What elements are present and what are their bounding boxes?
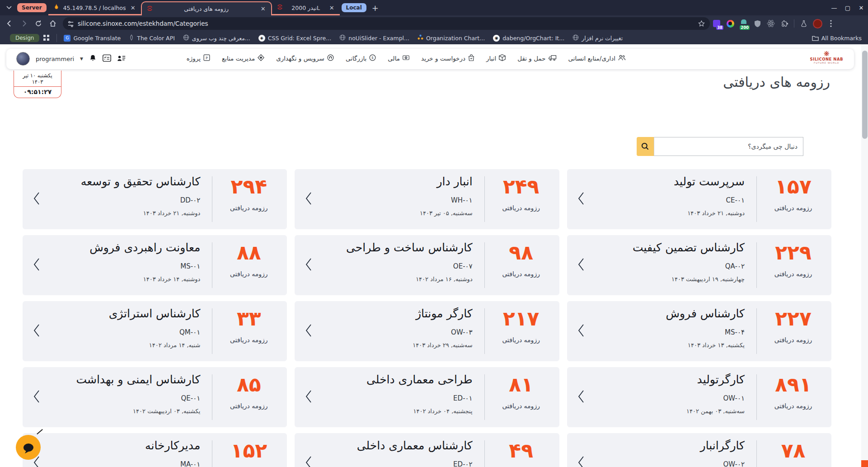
forward-icon[interactable] [18, 18, 30, 29]
apps-grid-icon[interactable] [43, 35, 50, 41]
expand-chevron-icon[interactable] [578, 456, 584, 467]
expand-chevron-icon[interactable] [305, 324, 312, 339]
expand-chevron-icon[interactable] [578, 192, 584, 207]
tab-group-server[interactable]: Server [17, 3, 47, 12]
search-input[interactable] [654, 137, 803, 156]
expand-chevron-icon[interactable] [305, 192, 312, 207]
profile-avatar-icon[interactable] [812, 19, 822, 28]
bookmark-item[interactable]: The Color API [129, 34, 175, 42]
tasks-list-icon[interactable] [103, 54, 111, 64]
resume-category-card[interactable]: ۲۲۹رزومه دریافتیکارشناس تضمین کیفیتQA-۰۲… [567, 235, 831, 295]
expand-chevron-icon[interactable] [578, 258, 584, 273]
resume-category-card[interactable]: ۷۸رزومه دریافتیکارگرانبارOW-۰۲دوشنبه, ۱۱… [567, 433, 831, 467]
notifications-bell-icon[interactable] [89, 54, 97, 64]
expand-chevron-icon[interactable] [305, 390, 312, 405]
nav-item-0[interactable]: اداری/منابع انسانی [568, 54, 626, 62]
extensions-puzzle-icon[interactable] [779, 19, 789, 28]
all-bookmarks-button[interactable]: All Bookmarks [812, 35, 862, 42]
tab-close-icon[interactable]: ✕ [260, 5, 267, 12]
tab-close-icon[interactable]: ✕ [130, 5, 136, 11]
extension-icon-shield[interactable] [752, 19, 762, 28]
reload-icon[interactable] [33, 18, 44, 29]
bookmark-item[interactable]: تغییرات نرم افزار [572, 34, 623, 42]
resume-category-card[interactable]: ۱۵۲رزومه دریافتیمدیرکارخانهMA-۰۱چهارشنبه… [23, 433, 287, 467]
job-date: دوشنبه, ۱۴ خرداد ۱۴۰۳ [143, 276, 201, 283]
nav-item-7[interactable]: مدیریت منابع [222, 54, 264, 62]
extension-icon-react[interactable] [766, 19, 776, 28]
nav-item-4[interactable]: $مالی [388, 54, 409, 62]
job-code: CE-۰۱ [654, 196, 745, 204]
chrome-menu-icon[interactable] [826, 19, 836, 28]
resume-category-card[interactable]: ۲۴۹رزومه دریافتیانبار دارWH-۰۱سه‌شنبه, ۰… [295, 169, 559, 229]
new-tab-button[interactable]: + [372, 3, 379, 13]
resume-category-card[interactable]: ۸۸رزومه دریافتیمعاونت راهبردی فروشMS-۰۱د… [23, 235, 287, 295]
resume-category-card[interactable]: ۸۵رزومه دریافتیکارشناس ایمنی و بهداشتQE-… [23, 367, 287, 427]
bookmark-star-icon[interactable] [698, 20, 705, 28]
chat-widget-button[interactable] [16, 435, 41, 460]
tab-group-local[interactable]: Local [342, 3, 366, 12]
translate-icon: G [64, 35, 70, 42]
browser-tab-0[interactable]: 45.149.78.5 / localhost / sinoxe_✕ [48, 0, 141, 15]
browser-tab-1[interactable]: رزومه های دریافتی✕ [141, 1, 272, 15]
card-divider [212, 176, 212, 222]
scrollbar-thumb[interactable] [862, 51, 868, 139]
resume-category-card[interactable]: ۲۱۷رزومه دریافتیکارگر مونتاژOW-۰۳سه‌شنبه… [295, 301, 559, 361]
expand-chevron-icon[interactable] [578, 390, 584, 405]
contacts-icon[interactable] [117, 54, 126, 64]
user-avatar[interactable] [16, 52, 30, 66]
bookmark-item[interactable]: GGoogle Translate [64, 35, 121, 42]
resume-category-card[interactable]: ۹۸رزومه دریافتیکارشناس ساخت و طراحیOE-۰۷… [295, 235, 559, 295]
bookmark-item[interactable]: معرفی چند وب سروی... [183, 34, 250, 42]
expand-chevron-icon[interactable] [33, 390, 40, 405]
nav-item-2[interactable]: انبار [486, 54, 506, 62]
resume-category-card[interactable]: ۱۵۷رزومه دریافتیسرپرست تولیدCE-۰۱دوشنبه,… [567, 169, 831, 229]
expand-chevron-icon[interactable] [305, 258, 312, 273]
svg-text:$: $ [405, 56, 407, 59]
nav-item-1[interactable]: حمل و نقل [517, 54, 556, 62]
resume-category-card[interactable]: ۲۹۴رزومه دریافتیکارشناس تحقیق و توسعهDD-… [23, 169, 287, 229]
bookmark-item[interactable]: Organization Chart... [418, 34, 485, 42]
expand-chevron-icon[interactable] [33, 324, 40, 339]
search-button[interactable] [637, 137, 654, 156]
user-menu-caret-icon[interactable]: ▼ [80, 57, 83, 61]
close-window-button[interactable]: ✕ [854, 0, 868, 15]
extension-icon-lighthouse[interactable]: 200 [739, 19, 749, 28]
resume-category-card[interactable]: ۴۹رزومه دریافتیکارشناس معماری داخلیED-۰۲… [295, 433, 559, 467]
expand-chevron-icon[interactable] [33, 258, 40, 273]
bookmark-item[interactable]: ◉dabeng/OrgChart: It... [493, 35, 564, 42]
nav-item-3[interactable]: درخواست و خرید [421, 54, 474, 62]
expand-chevron-icon[interactable] [578, 324, 584, 339]
expand-chevron-icon[interactable] [305, 456, 312, 467]
maximize-button[interactable]: ▢ [841, 0, 854, 15]
browser-tab-2[interactable]: نیدر 2000L✕ [272, 0, 340, 15]
resume-category-card[interactable]: ۸۹۱رزومه دریافتیکارگرتولیدOW-۰۱سه‌شنبه, … [567, 367, 831, 427]
resume-category-card[interactable]: ۸۱رزومه دریافتیطراحی معماری داخلیED-۰۱پن… [295, 367, 559, 427]
company-logo[interactable]: ❋ SILICONE NAB FUTURE WORLD [810, 51, 843, 64]
orgdots-icon [418, 34, 423, 42]
bookmark-folder-design[interactable]: Design [10, 34, 39, 42]
back-icon[interactable] [4, 18, 15, 29]
site-settings-icon[interactable] [67, 20, 74, 27]
job-code: OW-۰۲ [654, 460, 745, 467]
bookmark-item[interactable]: noUiSlider - Exampl... [339, 34, 409, 42]
home-icon[interactable] [47, 18, 59, 29]
job-title: کارشناس ایمنی و بهداشت [76, 373, 200, 386]
extension-icon-purple[interactable]: 38 [712, 19, 722, 28]
resume-category-card[interactable]: ۳۳رزومه دریافتیکارشناس استراتژیQM-۰۱شنبه… [23, 301, 287, 361]
minimize-button[interactable]: — [827, 0, 841, 15]
bookmark-item[interactable]: ◈CSS Grid: Excel Spre... [258, 35, 331, 42]
nav-item-5[interactable]: $بازرگانی [346, 54, 376, 62]
job-title: کارشناس تحقیق و توسعه [81, 175, 201, 188]
labs-flask-icon[interactable] [799, 19, 809, 28]
username[interactable]: programmeri [36, 56, 74, 62]
expand-chevron-icon[interactable] [33, 192, 40, 207]
address-bar[interactable]: silicone.sinoxe.com/estekhdam/Categories [63, 17, 710, 30]
extension-icon-colorwheel[interactable] [725, 19, 735, 28]
scrollbar-down-button[interactable] [861, 460, 868, 467]
tab-search-button[interactable] [3, 1, 15, 14]
resume-category-card[interactable]: ۲۲۷رزومه دریافتیکارشناس فروشMS-۰۴یکشنبه,… [567, 301, 831, 361]
page-scrollbar[interactable] [861, 44, 868, 467]
nav-item-8[interactable]: Pپروژه [187, 54, 210, 62]
tab-close-icon[interactable]: ✕ [328, 5, 335, 11]
nav-item-6[interactable]: سرویس و نگهداری [276, 54, 334, 62]
